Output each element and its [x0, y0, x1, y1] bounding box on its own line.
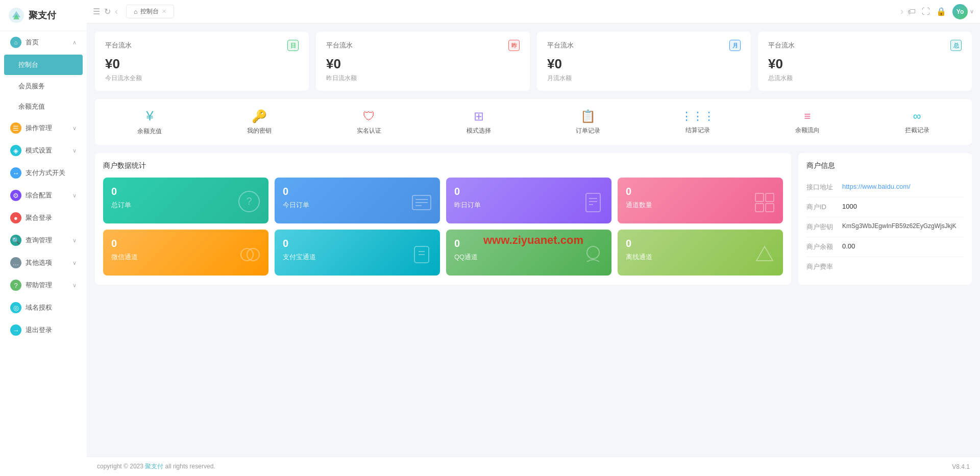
- info-row-key: 商户密钥 KmSg3WbJEgwInFB59z62EyGzgWjsJkjK: [806, 217, 964, 237]
- sidebar-item-query-label: 查询管理: [26, 236, 52, 245]
- sidebar-item-dashboard-label: 控制台: [18, 60, 38, 69]
- sidebar-item-other[interactable]: … 其他选项 ∨: [0, 252, 87, 274]
- svg-rect-13: [755, 204, 764, 212]
- info-value-balance: 0.00: [842, 242, 855, 250]
- help-icon: ?: [10, 280, 21, 291]
- stat-card-daily: 平台流水 日 ¥0 今日流水全额: [95, 32, 309, 91]
- quick-orderlog-label: 订单记录: [576, 127, 600, 135]
- app-name: 聚支付: [29, 9, 56, 21]
- info-label-key: 商户密钥: [806, 222, 842, 232]
- sidebar-item-home[interactable]: ⌂ 首页 ∧: [0, 31, 87, 54]
- fullscreen-icon[interactable]: ⛶: [922, 7, 930, 16]
- quick-access-row: ¥ 余额充值 🔑 我的密钥 🛡 实名认证 ⊞ 模式选择 📋 订单记录 ⋮⋮⋮: [95, 99, 972, 145]
- chevron-home: ∧: [72, 39, 77, 46]
- quick-recharge[interactable]: ¥ 余额充值: [95, 104, 205, 140]
- stat-box-icon-7: [753, 243, 776, 270]
- stat-box-label-3: 通道数量: [626, 201, 775, 210]
- back-icon[interactable]: ‹: [115, 6, 118, 17]
- sidebar-item-dashboard[interactable]: 控制台: [4, 55, 83, 75]
- sidebar-item-pay[interactable]: ↔ 支付方式开关: [0, 162, 87, 184]
- recharge-quick-icon: ¥: [146, 108, 153, 124]
- breadcrumb-tab[interactable]: ⌂ 控制台 ✕: [126, 5, 174, 18]
- ops-icon: ☰: [10, 122, 21, 134]
- stat-sub-3: 月流水额: [547, 74, 741, 83]
- quick-mykey[interactable]: 🔑 我的密钥: [205, 105, 314, 139]
- stat-sub-2: 昨日流水额: [326, 74, 520, 83]
- merchant-info-title: 商户信息: [806, 161, 964, 170]
- stats-row: 平台流水 日 ¥0 今日流水全额 平台流水 昨 ¥0 昨日流水额 平台流水 月: [95, 32, 972, 91]
- stat-box-label-1: 今日订单: [283, 201, 432, 210]
- svg-text:?: ?: [246, 195, 252, 207]
- sidebar-item-aggreg-label: 聚合登录: [26, 213, 52, 222]
- sidebar-item-recharge[interactable]: 余额充值: [0, 96, 87, 117]
- sidebar-item-mode-label: 模式设置: [26, 146, 52, 155]
- stat-amount-1: ¥0: [105, 56, 299, 72]
- content-area: www.ziyuanet.com 平台流水 日 ¥0 今日流水全额 平台流水 昨…: [87, 23, 980, 457]
- quick-balanceflow[interactable]: ≡ 余额流向: [753, 106, 863, 139]
- sidebar-item-pay-label: 支付方式开关: [26, 168, 65, 178]
- stat-amount-3: ¥0: [547, 56, 741, 72]
- logo-icon: [8, 7, 24, 23]
- refresh-icon[interactable]: ↻: [104, 7, 111, 16]
- info-label-rate: 商户费率: [806, 262, 842, 271]
- topbar: ☰ ↻ ‹ ⌂ 控制台 ✕ › 🏷 ⛶ 🔒 Yo ∨: [87, 0, 980, 23]
- sidebar-item-recharge-label: 余额充值: [18, 102, 45, 111]
- info-row-rate: 商户费率: [806, 257, 964, 277]
- stat-box-num-3: 0: [626, 186, 775, 197]
- stat-sub-4: 总流水额: [768, 74, 962, 83]
- sidebar-item-config[interactable]: ⚙ 综合配置 ∨: [0, 184, 87, 207]
- stat-box-num-6: 0: [454, 238, 603, 249]
- stat-box-num-5: 0: [283, 238, 432, 249]
- stat-badge-3: 月: [729, 40, 741, 51]
- chevron-query: ∨: [72, 237, 77, 244]
- quick-mykey-label: 我的密钥: [247, 127, 272, 135]
- quick-modeselect[interactable]: ⊞ 模式选择: [424, 105, 533, 139]
- sidebar-item-mode[interactable]: ◈ 模式设置 ∨: [0, 139, 87, 162]
- breadcrumb-close-icon[interactable]: ✕: [162, 8, 166, 15]
- info-value-key: KmSg3WbJEgwInFB59z62EyGzgWjsJkjK: [842, 222, 956, 230]
- balanceflow-quick-icon: ≡: [804, 110, 811, 123]
- stat-box-num-7: 0: [626, 238, 775, 249]
- lock-icon[interactable]: 🔒: [936, 7, 946, 16]
- config-icon: ⚙: [10, 190, 21, 201]
- forward-icon[interactable]: ›: [900, 6, 903, 17]
- sidebar-item-query[interactable]: 🔍 查询管理 ∨: [0, 229, 87, 252]
- info-value-api[interactable]: https://www.baidu.com/: [842, 183, 911, 190]
- sidebar-item-config-label: 综合配置: [26, 191, 52, 200]
- menu-toggle-icon[interactable]: ☰: [93, 7, 100, 16]
- stat-box-icon-4: [239, 243, 261, 270]
- quick-recharge-label: 余额充值: [137, 127, 162, 136]
- query-icon: 🔍: [10, 235, 21, 246]
- stat-box-channel-count: 0 通道数量: [618, 178, 783, 223]
- sidebar-item-aggreg[interactable]: ● 聚合登录: [0, 207, 87, 229]
- quick-realname[interactable]: 🛡 实名认证: [314, 105, 424, 139]
- stat-box-label-5: 支付宝通道: [283, 253, 432, 262]
- tag-icon[interactable]: 🏷: [908, 7, 916, 16]
- info-value-id: 1000: [842, 203, 857, 210]
- other-icon: …: [10, 257, 21, 268]
- quick-blocklog[interactable]: ∞ 拦截记录: [862, 106, 972, 139]
- user-area[interactable]: Yo ∨: [952, 4, 974, 19]
- sidebar-item-member[interactable]: 会员服务: [0, 76, 87, 96]
- sidebar-item-home-label: 首页: [26, 38, 39, 47]
- stat-card-header-2: 平台流水 昨: [326, 40, 520, 51]
- aggreg-icon: ●: [10, 212, 21, 223]
- stat-badge-2: 昨: [508, 40, 520, 51]
- mykey-quick-icon: 🔑: [252, 109, 267, 123]
- footer-brand-link[interactable]: 聚支付: [145, 463, 163, 470]
- sidebar-item-help[interactable]: ? 帮助管理 ∨: [0, 274, 87, 296]
- quick-orderlog[interactable]: 📋 订单记录: [533, 105, 643, 139]
- quick-settlelog[interactable]: ⋮⋮⋮ 结算记录: [643, 106, 753, 139]
- stat-amount-4: ¥0: [768, 56, 962, 72]
- stat-amount-2: ¥0: [326, 56, 520, 72]
- stat-box-label-7: 离线通道: [626, 253, 775, 262]
- sidebar-item-exit[interactable]: → 退出登录: [0, 319, 87, 341]
- modeselect-quick-icon: ⊞: [474, 109, 484, 123]
- breadcrumb-area: ⌂ 控制台 ✕: [122, 5, 896, 18]
- sidebar: 聚支付 ⌂ 首页 ∧ 控制台 会员服务 余额充值 ☰ 操作管理 ∨ ◈ 模式设置…: [0, 0, 87, 476]
- sidebar-item-ops[interactable]: ☰ 操作管理 ∨: [0, 117, 87, 139]
- sidebar-item-domain[interactable]: ◎ 域名授权: [0, 296, 87, 319]
- footer: copyright © 2023 聚支付 all rights reserved…: [87, 457, 980, 476]
- quick-settlelog-label: 结算记录: [685, 126, 710, 135]
- stat-card-header-3: 平台流水 月: [547, 40, 741, 51]
